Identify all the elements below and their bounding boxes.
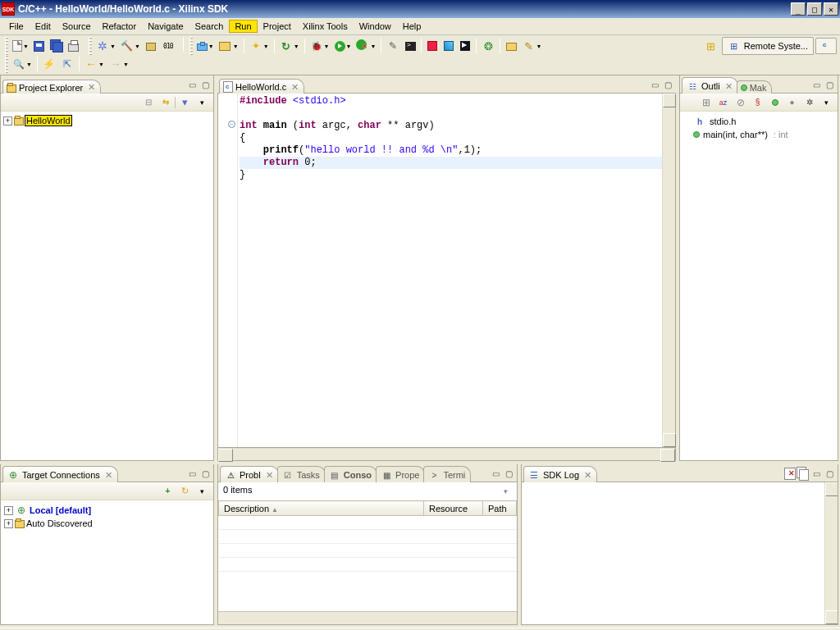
tree-row-helloworld[interactable]: + HelloWorld (3, 114, 211, 127)
project-explorer-tab[interactable]: Project Explorer ✕ (2, 80, 101, 94)
sdk-log-tab[interactable]: SDK Log ✕ (523, 466, 597, 482)
outline-tree[interactable]: stdio.hmain(int, char**) : int (680, 112, 838, 144)
wand-button[interactable] (384, 37, 402, 55)
copy-log-button[interactable] (797, 467, 810, 480)
outline-hide-static-button[interactable]: § (750, 95, 765, 110)
web-button[interactable] (479, 37, 497, 55)
snapshot-button[interactable]: ▼ (194, 37, 217, 55)
outline-hide-nonpublic-button[interactable] (767, 95, 783, 110)
tab-tasks[interactable]: ☑Tasks (277, 466, 326, 482)
refresh-targets-button[interactable] (177, 484, 193, 499)
window-minimize-button[interactable]: _ (791, 2, 806, 16)
brush-button[interactable]: ▼ (519, 37, 544, 55)
tab-conso[interactable]: ▤Conso (324, 466, 377, 482)
menu-search[interactable]: Search (189, 20, 230, 33)
menu-window[interactable]: Window (354, 20, 397, 33)
menu-run[interactable]: Run (229, 20, 257, 33)
menu-project[interactable]: Project (258, 20, 297, 33)
editor-tab[interactable]: HelloWorld.c ✕ (219, 79, 304, 94)
maximize-view-button[interactable] (199, 78, 212, 91)
outline-item[interactable]: stdio.h (682, 115, 836, 128)
close-icon[interactable]: ✕ (266, 470, 273, 481)
snapshot-folder-button[interactable]: ▼ (217, 37, 241, 55)
problems-hscrollbar[interactable] (218, 611, 517, 624)
make-tab[interactable]: Mak (737, 80, 773, 94)
search-button[interactable]: ▼ (10, 55, 34, 73)
expand-toggle[interactable]: + (4, 506, 13, 515)
terminal-button[interactable] (402, 37, 418, 55)
close-icon[interactable]: ✕ (725, 81, 733, 92)
view-menu-button[interactable] (194, 95, 210, 110)
perspective-cpp-button[interactable] (815, 38, 837, 54)
collapse-all-button[interactable] (140, 95, 156, 110)
outline-sort-tree-button[interactable] (698, 95, 714, 110)
outline-item[interactable]: main(int, char**) : int (682, 128, 836, 141)
minimize-view-button[interactable] (810, 467, 823, 480)
problems-table[interactable]: Description▲ResourcePath (218, 500, 517, 572)
target-row[interactable]: +Local [default] (4, 504, 210, 517)
build-target-button[interactable] (143, 37, 159, 55)
menu-refactor[interactable]: Refactor (97, 20, 143, 33)
tab-termi[interactable]: >Termi (423, 466, 471, 482)
tab-prope[interactable]: ▦Prope (376, 466, 425, 482)
build-button[interactable]: ▼ (118, 37, 143, 55)
window-maximize-button[interactable]: □ (807, 2, 822, 16)
tab-probl[interactable]: ⚠Probl✕ (220, 466, 279, 482)
close-icon[interactable]: ✕ (291, 82, 299, 93)
nav-forward-button[interactable]: ▼ (107, 55, 131, 73)
menu-xilinx-tools[interactable]: Xilinx Tools (297, 20, 354, 33)
view-menu-button[interactable] (819, 95, 834, 110)
outline-gear-button[interactable]: ✲ (801, 95, 817, 110)
run-button[interactable]: ▼ (332, 37, 354, 55)
maximize-view-button[interactable] (823, 78, 836, 91)
run-last-button[interactable]: ▼ (354, 37, 378, 55)
chip-button[interactable] (441, 37, 457, 55)
minimize-view-button[interactable] (810, 78, 823, 91)
menu-help[interactable]: Help (397, 20, 427, 33)
menu-file[interactable]: File (3, 20, 30, 33)
fpga-button[interactable] (424, 37, 441, 55)
target-connections-tab[interactable]: Target Connections ✕ (2, 466, 118, 482)
new-button[interactable]: ▼ (10, 37, 31, 55)
refresh-button[interactable]: ▼ (277, 37, 302, 55)
minimize-view-button[interactable] (489, 467, 502, 480)
open-perspective-button[interactable] (702, 37, 720, 55)
target-tree[interactable]: +Local [default]+Auto Discovered (1, 500, 213, 533)
link-out-button[interactable] (58, 55, 76, 73)
binary-button[interactable] (159, 37, 177, 55)
view-menu-button[interactable] (499, 485, 512, 498)
new-cpp-button[interactable]: ▼ (247, 37, 272, 55)
window-close-button[interactable]: ✕ (824, 2, 838, 16)
outline-tab[interactable]: ☷ Outli ✕ (682, 77, 738, 94)
outline-hide-fields-button[interactable] (733, 95, 748, 110)
print-button[interactable] (66, 37, 82, 55)
outline-sort-az-button[interactable] (715, 95, 731, 110)
clear-log-button[interactable] (783, 467, 797, 480)
link-with-editor-button[interactable] (158, 95, 173, 110)
editor-hscrollbar[interactable] (217, 448, 676, 461)
editor-fold-ruler[interactable]: − (226, 94, 238, 447)
editor-vscrollbar[interactable] (662, 94, 675, 447)
minimize-view-button[interactable] (185, 467, 199, 480)
menu-navigate[interactable]: Navigate (142, 20, 189, 33)
close-icon[interactable]: ✕ (88, 82, 95, 93)
code-editor[interactable]: #include <stdio.h> int main (int argc, c… (238, 94, 662, 447)
debug-button[interactable]: ▼ (308, 37, 332, 55)
perspective-remote-button[interactable]: Remote Syste... (722, 37, 814, 55)
minimize-editor-button[interactable] (648, 78, 661, 91)
column-path[interactable]: Path (483, 501, 517, 516)
maximize-view-button[interactable] (823, 467, 836, 480)
target-row[interactable]: +Auto Discovered (4, 517, 210, 530)
nav-back-button[interactable]: ▼ (82, 55, 107, 73)
maximize-editor-button[interactable] (661, 78, 674, 91)
sdk-log-text[interactable] (522, 482, 824, 624)
expand-toggle[interactable]: + (4, 519, 13, 528)
menu-source[interactable]: Source (57, 20, 97, 33)
flash-button[interactable] (40, 55, 58, 73)
view-menu-button[interactable] (194, 484, 210, 499)
add-target-button[interactable]: + (160, 484, 176, 499)
close-icon[interactable]: ✕ (584, 470, 591, 481)
minimize-view-button[interactable] (185, 78, 199, 91)
filter-button[interactable] (177, 95, 193, 110)
open-folder-button[interactable] (503, 37, 519, 55)
